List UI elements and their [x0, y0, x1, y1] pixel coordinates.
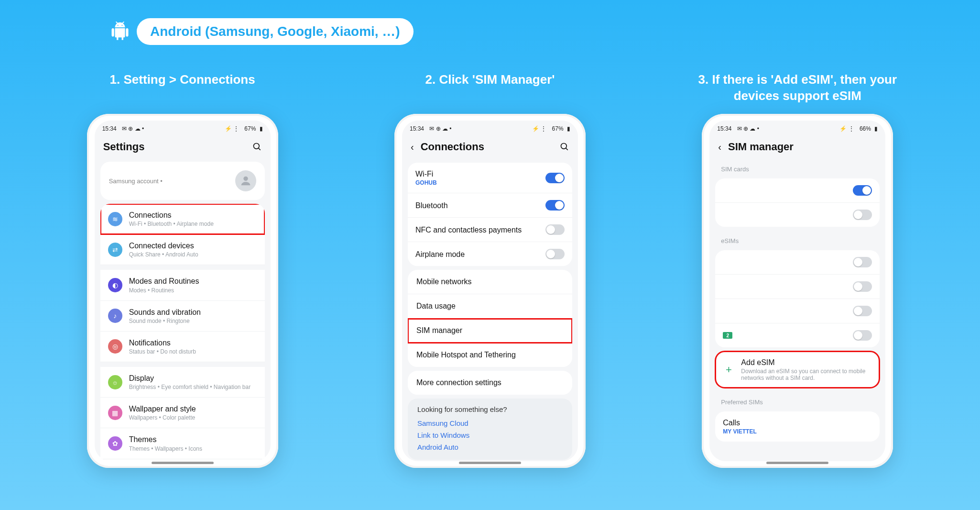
- settings-group-1: ≋ConnectionsWi-Fi • Bluetooth • Airplane…: [100, 204, 265, 461]
- suggestion-link-link-to-windows[interactable]: Link to Windows: [417, 429, 563, 441]
- status-bar: 15:34 ✉ ⊕ ☁ • ⚡ ⋮ 67% ▮: [95, 121, 271, 134]
- settings-icon: ♪: [108, 309, 122, 323]
- sim-card-row-2[interactable]: [715, 203, 880, 227]
- row-title: NFC and contactless payments: [415, 225, 539, 234]
- settings-row-wallpaper-and-style[interactable]: ▦Wallpaper and styleWallpapers • Color p…: [100, 398, 265, 428]
- search-icon[interactable]: [560, 142, 569, 152]
- search-icon[interactable]: [252, 142, 262, 152]
- svg-point-0: [253, 144, 259, 149]
- toggle-off-icon[interactable]: [853, 210, 872, 220]
- samsung-account-card[interactable]: Samsung account •: [100, 162, 265, 200]
- row-subtitle: Quick Share • Android Auto: [129, 251, 257, 258]
- svg-point-3: [561, 144, 566, 149]
- status-time: 15:34 ✉ ⊕ ☁ •: [102, 125, 144, 132]
- sim-cards-card: [715, 178, 880, 227]
- add-esim-card[interactable]: + Add eSIM Download an eSIM so you can c…: [715, 351, 880, 388]
- phone-3-screen: 15:34 ✉ ⊕ ☁ • ⚡ ⋮ 66% ▮ ‹ SIM manager SI…: [709, 121, 885, 461]
- settings-icon: ◐: [108, 278, 122, 292]
- toggle-icon[interactable]: [545, 173, 565, 183]
- phone-row: 15:34 ✉ ⊕ ☁ • ⚡ ⋮ 67% ▮ Settings Samsung…: [0, 114, 980, 468]
- status-bar: 15:34 ✉ ⊕ ☁ • ⚡ ⋮ 66% ▮: [709, 121, 885, 134]
- settings-icon: ☼: [108, 375, 122, 389]
- toggle-off-icon[interactable]: [853, 330, 872, 341]
- sim-card-row-1[interactable]: [715, 178, 880, 203]
- esim-row-1[interactable]: [715, 250, 880, 275]
- esim-row-3[interactable]: [715, 299, 880, 323]
- svg-line-1: [258, 148, 260, 150]
- page-title: SIM manager: [728, 141, 794, 153]
- row-subtitle: Sound mode • Ringtone: [129, 318, 257, 324]
- settings-icon: ≋: [108, 212, 122, 226]
- suggestion-link-android-auto[interactable]: Android Auto: [417, 441, 563, 453]
- row-subtitle: GOHUB: [415, 179, 539, 186]
- svg-point-2: [243, 177, 248, 181]
- preferred-sims-card: Calls MY VIETTEL: [715, 411, 880, 442]
- step-1-caption: 1. Setting > Connections: [77, 72, 288, 104]
- connection-row-data-usage[interactable]: Data usage: [408, 294, 572, 319]
- title-bar: Settings: [95, 134, 271, 159]
- settings-icon: ◎: [108, 339, 122, 354]
- more-settings-card: More connection settings: [408, 371, 572, 395]
- connection-row-wi-fi[interactable]: Wi-FiGOHUB: [408, 163, 572, 193]
- settings-row-notifications[interactable]: ◎NotificationsStatus bar • Do not distur…: [100, 332, 265, 362]
- connection-row-nfc-and-contactless-payments[interactable]: NFC and contactless payments: [408, 218, 572, 242]
- toggle-on-icon[interactable]: [853, 185, 872, 196]
- row-subtitle: Themes • Wallpapers • Icons: [129, 445, 257, 452]
- row-subtitle: Status bar • Do not disturb: [129, 348, 257, 355]
- settings-row-themes[interactable]: ✿ThemesThemes • Wallpapers • Icons: [100, 428, 265, 459]
- more-connection-settings[interactable]: More connection settings: [408, 371, 572, 395]
- toggle-off-icon[interactable]: [853, 281, 872, 292]
- connection-row-airplane-mode[interactable]: Airplane mode: [408, 242, 572, 266]
- avatar-icon: [235, 170, 256, 191]
- settings-row-sounds-and-vibration[interactable]: ♪Sounds and vibrationSound mode • Ringto…: [100, 301, 265, 332]
- status-bar: 15:34 ✉ ⊕ ☁ • ⚡ ⋮ 67% ▮: [402, 121, 578, 134]
- connection-row-mobile-networks[interactable]: Mobile networks: [408, 270, 572, 294]
- back-icon[interactable]: ‹: [718, 142, 721, 153]
- phone-2-screen: 15:34 ✉ ⊕ ☁ • ⚡ ⋮ 67% ▮ ‹ Connections Wi…: [402, 121, 578, 461]
- step-2-caption: 2. Click 'SIM Manager': [385, 72, 595, 104]
- row-title: Wi-Fi: [415, 169, 539, 178]
- row-title: Modes and Routines: [129, 277, 257, 286]
- settings-row-connections[interactable]: ≋ConnectionsWi-Fi • Bluetooth • Airplane…: [100, 204, 265, 234]
- settings-icon: ✿: [108, 436, 122, 451]
- settings-row-modes-and-routines[interactable]: ◐Modes and RoutinesModes • Routines: [100, 270, 265, 300]
- settings-row-home-screen[interactable]: ⌂Home screenLayout • App icon badges: [100, 459, 265, 462]
- suggestion-link-samsung-cloud[interactable]: Samsung Cloud: [417, 417, 563, 429]
- connection-row-sim-manager[interactable]: SIM manager: [408, 319, 572, 343]
- toggle-off-icon[interactable]: [853, 257, 872, 267]
- back-icon[interactable]: ‹: [411, 142, 414, 153]
- android-icon: [110, 22, 130, 42]
- svg-line-4: [566, 148, 567, 150]
- looking-for-heading: Looking for something else?: [417, 405, 563, 413]
- connections-toggles: Wi-FiGOHUBBluetoothNFC and contactless p…: [408, 163, 572, 266]
- samsung-account-label: Samsung account •: [109, 177, 163, 185]
- title-bar: ‹ Connections: [402, 134, 578, 159]
- header: Android (Samsung, Google, Xiaomi, …): [110, 18, 414, 45]
- page-title: Connections: [421, 141, 484, 153]
- phone-1-screen: 15:34 ✉ ⊕ ☁ • ⚡ ⋮ 67% ▮ Settings Samsung…: [95, 121, 271, 461]
- connection-row-mobile-hotspot-and-tethering[interactable]: Mobile Hotspot and Tethering: [408, 343, 572, 367]
- settings-icon: ⇄: [108, 243, 122, 257]
- phone-1: 15:34 ✉ ⊕ ☁ • ⚡ ⋮ 67% ▮ Settings Samsung…: [87, 114, 278, 468]
- esim-row-2[interactable]: [715, 275, 880, 299]
- toggle-icon[interactable]: [545, 249, 565, 259]
- connection-row-bluetooth[interactable]: Bluetooth: [408, 193, 572, 218]
- toggle-icon[interactable]: [545, 200, 565, 211]
- section-sim-cards: SIM cards: [709, 159, 885, 175]
- toggle-off-icon[interactable]: [853, 306, 872, 316]
- settings-row-display[interactable]: ☼DisplayBrightness • Eye comfort shield …: [100, 367, 265, 398]
- row-title: Connections: [129, 211, 257, 220]
- settings-row-connected-devices[interactable]: ⇄Connected devicesQuick Share • Android …: [100, 234, 265, 265]
- connections-list: Mobile networksData usageSIM managerMobi…: [408, 270, 572, 367]
- add-esim-title: Add eSIM: [741, 358, 872, 367]
- row-title: Connected devices: [129, 241, 257, 250]
- toggle-icon[interactable]: [545, 224, 565, 235]
- row-title: Bluetooth: [415, 201, 539, 210]
- calls-label: Calls: [723, 418, 872, 427]
- esim-row-4[interactable]: 2: [715, 323, 880, 347]
- page-title: Settings: [103, 141, 145, 153]
- title-bar: ‹ SIM manager: [709, 134, 885, 159]
- calls-row[interactable]: Calls MY VIETTEL: [715, 411, 880, 442]
- step-3-caption: 3. If there is 'Add eSIM', then your dev…: [692, 72, 903, 104]
- add-esim-subtitle: Download an eSIM so you can connect to m…: [741, 368, 872, 381]
